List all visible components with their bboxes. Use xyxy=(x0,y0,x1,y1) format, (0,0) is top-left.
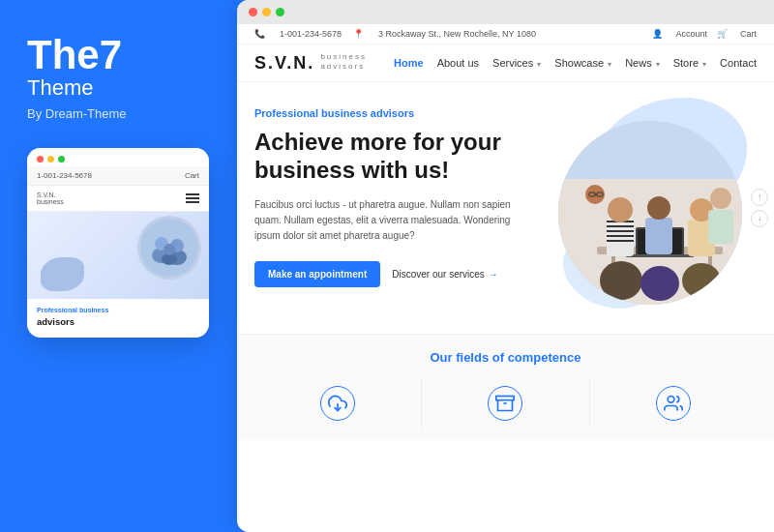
mobile-blob xyxy=(41,257,84,291)
mobile-people-image xyxy=(137,216,201,280)
services-chevron: ▾ xyxy=(537,60,541,69)
sidebar-title: The7 xyxy=(27,35,210,75)
sidebar: The7 Theme By Dream-Theme 1-001-234-5678… xyxy=(0,0,237,532)
browser-dot-yellow xyxy=(262,8,271,16)
hero-right xyxy=(544,107,757,318)
hamburger-menu[interactable] xyxy=(186,193,199,203)
topbar-right: 👤 Account 🛒 Cart xyxy=(652,29,757,39)
mobile-hero-image xyxy=(27,212,209,299)
topbar-cart-icon: 🛒 xyxy=(717,29,728,39)
svg-rect-20 xyxy=(607,235,634,237)
discover-arrow: → xyxy=(489,269,498,280)
nav-home[interactable]: Home xyxy=(394,57,424,69)
hamburger-line xyxy=(186,193,199,195)
browser-dot-green xyxy=(276,8,284,16)
nav-showcase[interactable]: Showcase ▾ xyxy=(554,57,611,69)
showcase-chevron: ▾ xyxy=(608,60,611,69)
nav-store[interactable]: Store ▾ xyxy=(673,57,706,69)
archive-icon xyxy=(488,386,522,421)
mobile-browser-bar xyxy=(27,148,209,166)
site-logo: S.V.N. business advisors xyxy=(254,52,367,74)
nav-news[interactable]: News ▾ xyxy=(625,57,660,69)
hero-tag: Professional business advisors xyxy=(254,107,524,119)
mobile-content-title: advisors xyxy=(37,316,199,328)
hamburger-line xyxy=(186,197,199,199)
hamburger-line xyxy=(186,201,199,203)
nav-about[interactable]: About us xyxy=(437,57,479,69)
svg-rect-19 xyxy=(607,230,634,232)
store-chevron: ▾ xyxy=(702,60,706,69)
svg-rect-24 xyxy=(645,218,672,254)
svg-point-33 xyxy=(710,188,731,209)
bottom-icons xyxy=(254,378,757,429)
topbar-address: 3 Rockaway St., New Rochelle, NY 1080 xyxy=(378,29,536,39)
topbar-account-icon: 👤 xyxy=(652,29,663,39)
svg-rect-18 xyxy=(607,225,634,227)
mobile-dot-green xyxy=(58,156,65,163)
nav-contact[interactable]: Contact xyxy=(720,57,757,69)
topbar-phone-icon: 📞 xyxy=(254,29,265,39)
mobile-dot-yellow xyxy=(47,156,54,163)
sidebar-byline: By Dream-Theme xyxy=(27,106,210,121)
site-bottom: Our fields of competence xyxy=(237,334,774,440)
mobile-topbar-info: 1-001-234-5678 Cart xyxy=(27,166,209,186)
svg-rect-34 xyxy=(708,210,733,244)
topbar-cart: Cart xyxy=(740,29,757,39)
mobile-phone: 1-001-234-5678 xyxy=(37,171,92,180)
mobile-nav: S.V.N. business xyxy=(27,186,209,212)
scroll-buttons: ↑ ↓ xyxy=(751,189,768,227)
desktop-preview: 📞 1-001-234-5678 📍 3 Rockaway St., New R… xyxy=(237,0,774,532)
hero-left: Professional business advisors Achieve m… xyxy=(254,107,524,318)
bottom-icon-archive xyxy=(422,378,589,429)
svg-point-26 xyxy=(682,263,721,298)
svg-point-22 xyxy=(608,197,633,222)
cloud-download-icon xyxy=(320,386,355,421)
topbar-account: Account xyxy=(675,29,707,39)
mobile-content: Professional business advisors xyxy=(27,299,209,338)
svg-point-25 xyxy=(647,196,670,220)
mobile-preview: 1-001-234-5678 Cart S.V.N. business xyxy=(27,148,209,338)
topbar-location-icon: 📍 xyxy=(353,29,364,39)
news-chevron: ▾ xyxy=(656,60,660,69)
discover-button[interactable]: Discover our services → xyxy=(392,269,498,280)
browser-dot-red xyxy=(249,8,257,16)
svg-point-15 xyxy=(600,261,642,300)
svg-point-6 xyxy=(164,244,175,255)
hero-title: Achieve more for your business with us! xyxy=(254,129,524,185)
svg-point-23 xyxy=(640,266,679,301)
svg-rect-14 xyxy=(626,254,694,257)
scroll-down-button[interactable]: ↓ xyxy=(751,210,768,227)
appointment-button[interactable]: Make an appointment xyxy=(254,261,380,287)
bottom-icon-cloud xyxy=(254,378,422,429)
site-hero: Professional business advisors Achieve m… xyxy=(237,82,774,334)
nav-services[interactable]: Services ▾ xyxy=(492,57,541,69)
nav-links: Home About us Services ▾ Showcase ▾ News… xyxy=(394,57,757,69)
topbar-phone: 1-001-234-5678 xyxy=(280,29,342,39)
topbar-left: 📞 1-001-234-5678 📍 3 Rockaway St., New R… xyxy=(254,29,536,39)
site-logo-subtitle: business advisors xyxy=(320,52,367,73)
svg-rect-36 xyxy=(496,396,514,399)
browser-chrome xyxy=(237,0,774,24)
hero-image-circle xyxy=(558,121,742,305)
sidebar-subtitle: Theme xyxy=(27,75,210,101)
bottom-icon-users xyxy=(590,378,757,429)
hero-buttons: Make an appointment Discover our service… xyxy=(254,261,524,287)
bottom-title: Our fields of competence xyxy=(254,350,757,365)
site-topbar: 📞 1-001-234-5678 📍 3 Rockaway St., New R… xyxy=(237,24,774,44)
scroll-up-button[interactable]: ↑ xyxy=(751,189,768,206)
users-icon xyxy=(656,386,691,421)
svg-point-38 xyxy=(668,396,674,402)
mobile-dot-red xyxy=(37,156,44,163)
mobile-content-label: Professional business xyxy=(37,307,199,313)
mobile-cart: Cart xyxy=(185,171,199,180)
site-logo-main: S.V.N. xyxy=(254,53,314,74)
mobile-logo: S.V.N. business xyxy=(37,192,64,205)
site-nav: S.V.N. business advisors Home About us S… xyxy=(237,44,774,82)
hero-description: Faucibus orci luctus - ut pharetra augue… xyxy=(254,197,524,244)
svg-rect-21 xyxy=(607,240,634,242)
